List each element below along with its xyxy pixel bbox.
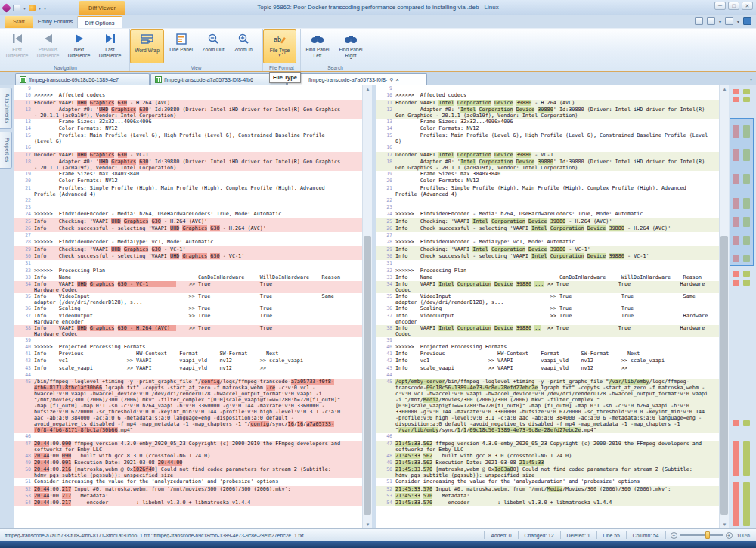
right-scrollbar[interactable]: ▲ ▼: [719, 85, 729, 528]
close-icon[interactable]: ×: [395, 77, 399, 83]
sidebar-tab-properties[interactable]: Properties: [0, 132, 12, 169]
chevron-down-icon[interactable]: ▾: [719, 19, 721, 24]
diff-line[interactable]: 35Info VideoInput >> True True Same adap…: [376, 293, 719, 305]
diff-line[interactable]: 45/opt/emby-server/bin/ffmpeg -loglevel …: [376, 379, 719, 433]
maximize-button[interactable]: □: [728, 2, 739, 10]
zoom-slider-thumb[interactable]: [705, 531, 710, 539]
diff-line[interactable]: 36Info Scaling >> True True: [376, 305, 719, 312]
zoom-slider[interactable]: [680, 534, 723, 536]
diff-line[interactable]: 4920:44:00.091 Execution Date: 2021-03-0…: [14, 460, 362, 466]
tab-emby-forums[interactable]: Emby Forums: [35, 16, 76, 28]
diff-line[interactable]: 18 Adapter #0: 'Intel Corporation Device…: [376, 159, 719, 171]
diff-line[interactable]: 33Info Name CanDoInHardware WillDoInHard…: [376, 274, 719, 281]
diff-line[interactable]: 21 Profiles: Simple Profile (High), Main…: [376, 185, 719, 197]
app-icon[interactable]: [2, 3, 11, 13]
diff-pane-left[interactable]: 910>>>>>> Affected codecs11Encoder VAAPI…: [14, 85, 362, 528]
tab-list-dropdown-icon[interactable]: ▾: [750, 76, 752, 82]
chevron-down-icon[interactable]: ▾: [737, 19, 739, 24]
diff-line[interactable]: 5321:45:33.570 Metadata:: [376, 493, 719, 500]
diff-line[interactable]: 28>>>>>> FindVideoDecoder - MediaType: v…: [14, 239, 362, 246]
file-type-button[interactable]: ab File Type ▾: [263, 29, 296, 63]
diff-line[interactable]: 17Decoder VAAPI UHD Graphics 630 - VC-1: [14, 152, 362, 159]
diff-line[interactable]: 42Info vc1 >> VAAPI vaapi_vld nv12 >> sc…: [376, 358, 719, 364]
diff-line[interactable]: 35Info VideoInput >> True True Same adap…: [14, 293, 362, 305]
diff-line[interactable]: 38Info VAAPI Intel Corporation Device 39…: [376, 325, 719, 337]
diff-line[interactable]: 32>>>>>> Processing Plan: [376, 268, 719, 274]
diff-line[interactable]: 32>>>>>> Processing Plan: [14, 268, 362, 274]
diff-line[interactable]: 5421:45:33.570 encoder : libebml v1.3.0 …: [376, 500, 719, 506]
theme-icon[interactable]: [743, 17, 751, 25]
diff-line[interactable]: 12 Adapter #0: 'Intel Corporation Device…: [376, 107, 719, 119]
diff-line[interactable]: 45/bin/ffmpeg -loglevel +timing -y -prin…: [14, 379, 362, 433]
windows-icon[interactable]: [725, 17, 733, 25]
diff-line[interactable]: 25Info Checking: 'VAAPI Intel Corporatio…: [376, 218, 719, 225]
next-difference-button[interactable]: Next Difference: [64, 29, 94, 63]
sidebar-tab-attachments[interactable]: Attachments: [0, 88, 12, 129]
diff-line[interactable]: 18 Adapter #0: 'UHD Graphics 630' Id:398…: [14, 159, 362, 171]
diff-line[interactable]: 34Info VAAPI UHD Graphics 630 - VC-1 >> …: [14, 281, 362, 293]
diff-line[interactable]: 37Info VideoOutput >> True True Hardware…: [376, 313, 719, 325]
diff-line[interactable]: 9: [14, 85, 362, 92]
diff-line[interactable]: 13 Frame Sizes: 32x32...4096x4096: [14, 119, 362, 125]
diff-line[interactable]: 41Info Previous HW-Context Format SW-For…: [376, 351, 719, 358]
diff-line[interactable]: 14 Color Formats: NV12: [14, 125, 362, 132]
map-block-left[interactable]: [733, 482, 739, 526]
word-wrap-button[interactable]: Word Wrap: [130, 29, 164, 63]
diff-line[interactable]: 4720:44:00.090 ffmpeg version 4.3.0-emby…: [14, 441, 362, 453]
map-block-right[interactable]: [743, 441, 750, 476]
diff-line[interactable]: 25Info Checking: 'VAAPI UHD Graphics 630…: [14, 218, 362, 225]
map-block-left[interactable]: [733, 89, 739, 94]
find-panel-left-button[interactable]: Find Panel Left: [301, 29, 334, 63]
diff-line[interactable]: 13 Frame Sizes: 32x32...4096x4096: [376, 119, 719, 125]
qat-hand-icon[interactable]: [29, 5, 36, 11]
diff-line[interactable]: 4821:45:33.562 built with gcc 8.3.0 (cro…: [376, 453, 719, 460]
doc-tab-left-file[interactable]: ffmpeg-transcode-69c18c56-1389-4e7: [15, 73, 150, 85]
diff-line[interactable]: 39: [376, 337, 719, 344]
map-block-right[interactable]: [743, 89, 750, 94]
diff-line[interactable]: 14 Color Formats: NV12: [376, 125, 719, 132]
diff-line[interactable]: 15 Profiles: Main Profile (Level 6), Hig…: [376, 132, 719, 144]
diff-line[interactable]: 20 Color Formats: NV12: [376, 178, 719, 184]
diff-line[interactable]: 11Encoder VAAPI Intel Corporation Device…: [376, 100, 719, 107]
diff-line[interactable]: 11Encoder VAAPI UHD Graphics 630 - H.264…: [14, 100, 362, 107]
diff-line[interactable]: 51Consider increasing the value for the …: [14, 478, 362, 485]
diff-line[interactable]: 30Info Check successful - selecting 'VAA…: [14, 253, 362, 260]
scrollbar-thumb[interactable]: [364, 236, 371, 515]
diff-line[interactable]: 10>>>>>> Affected codecs: [14, 92, 362, 99]
diff-line[interactable]: 15 Profiles: Main Profile (Level 6), Hig…: [14, 132, 362, 144]
close-button[interactable]: ✕: [742, 2, 753, 10]
diff-line[interactable]: 5221:45:33.570 Input #0, matroska,webm, …: [376, 486, 719, 493]
tab-start[interactable]: Start: [5, 16, 33, 28]
diff-line[interactable]: 44: [376, 372, 719, 379]
diff-line[interactable]: 12 Adapter #0: 'UHD Graphics 630' Id:398…: [14, 107, 362, 119]
diff-line[interactable]: 43Info scale_vaapi >> VAAPI vaapi_vld nv…: [14, 365, 362, 372]
diff-line[interactable]: 38Info VAAPI UHD Graphics 630 - H.264 (A…: [14, 325, 362, 337]
doc-tab-active[interactable]: ffmpeg-transcode-a7a05733-f0f8- ⚲ ×: [287, 73, 427, 85]
diff-line[interactable]: 36Info Scaling >> True True: [14, 305, 362, 312]
home-panel-icon[interactable]: [695, 17, 703, 25]
diff-line[interactable]: 5320:44:00.217 Metadata:: [14, 493, 362, 500]
diff-line[interactable]: 9: [376, 85, 719, 92]
diff-line[interactable]: 19 Frame Sizes: max 3840x3840: [14, 171, 362, 178]
diff-line[interactable]: 4820:44:00.090 built with gcc 8.3.0 (cro…: [14, 453, 362, 460]
minimize-button[interactable]: ─: [714, 2, 726, 10]
diff-line[interactable]: 20 Color Formats: NV12: [14, 178, 362, 184]
diff-line[interactable]: 40>>>>>> Projected Processing Formats: [14, 344, 362, 351]
map-block-left[interactable]: [733, 280, 739, 286]
tab-diff-options[interactable]: Diff Options: [77, 16, 122, 28]
diff-line[interactable]: 31: [14, 260, 362, 267]
diff-line[interactable]: 29Info Checking: 'VAAPI Intel Corporatio…: [376, 246, 719, 253]
diff-line[interactable]: 34Info VAAPI Intel Corporation Device 39…: [376, 281, 719, 293]
diff-line[interactable]: 5220:44:00.217 Input #0, matroska,webm, …: [14, 486, 362, 493]
diff-line[interactable]: 51Consider increasing the value for the …: [376, 478, 719, 485]
diff-line[interactable]: 43Info scale_vaapi >> VAAPI vaapi_vld nv…: [376, 365, 719, 372]
map-block-left[interactable]: [733, 441, 739, 476]
chevron-down-icon[interactable]: ▾: [39, 5, 41, 11]
diff-line[interactable]: 26Info Check successful - selecting 'VAA…: [14, 225, 362, 232]
diff-line[interactable]: 16: [14, 144, 362, 151]
diff-line[interactable]: 5020:44:00.216 [matroska,webm @ 0x1026f4…: [14, 466, 362, 478]
diff-line[interactable]: 37Info VideoOutput >> True True Hardware…: [14, 313, 362, 325]
map-block-left[interactable]: [733, 271, 739, 277]
diff-line[interactable]: 23: [376, 204, 719, 211]
layout-icon[interactable]: [707, 17, 715, 25]
